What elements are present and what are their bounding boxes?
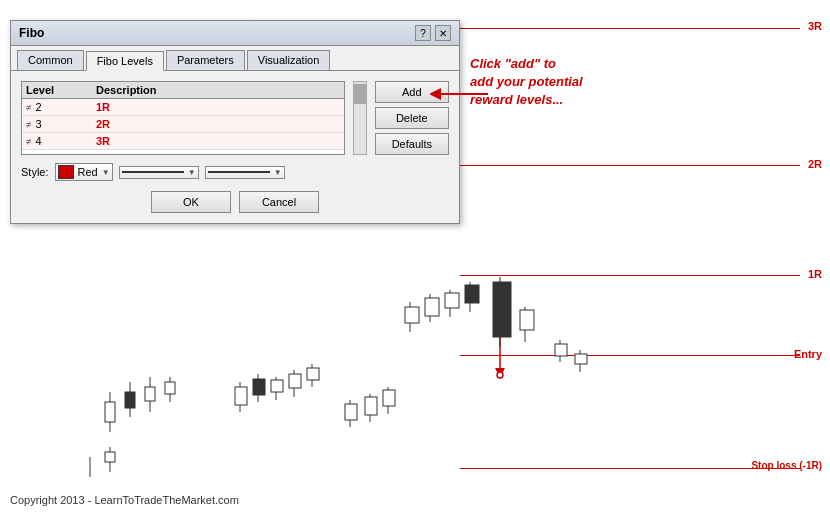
line-style-select[interactable]: ▼ <box>119 166 199 179</box>
cell-desc-0: 1R <box>96 101 340 113</box>
svg-rect-19 <box>271 380 283 392</box>
style-row: Style: Red ▼ ▼ ▼ <box>21 163 449 181</box>
svg-rect-29 <box>445 293 459 308</box>
defaults-button[interactable]: Defaults <box>375 133 449 155</box>
svg-rect-5 <box>105 402 115 422</box>
svg-rect-13 <box>105 452 115 462</box>
svg-rect-7 <box>125 392 135 408</box>
cell-level-0: ≠ 2 <box>26 101 96 113</box>
ok-button[interactable]: OK <box>151 191 231 213</box>
svg-rect-35 <box>520 310 534 330</box>
copyright-text: Copyright 2013 - LearnToTradeTheMarket.c… <box>10 494 239 506</box>
tab-fibo-levels[interactable]: Fibo Levels <box>86 51 164 71</box>
level-value-1: 3 <box>36 118 42 130</box>
dialog-titlebar: Fibo ? ✕ <box>11 21 459 46</box>
fibo-icon-0: ≠ <box>26 102 32 113</box>
table-container: Level Description ≠ 2 1R ≠ 3 2R <box>21 81 449 155</box>
color-swatch <box>58 165 74 179</box>
line-width-preview <box>208 171 270 173</box>
level-value-2: 4 <box>36 135 42 147</box>
label-2r: 2R <box>808 158 822 170</box>
svg-rect-27 <box>425 298 439 316</box>
cell-desc-1: 2R <box>96 118 340 130</box>
levels-table: Level Description ≠ 2 1R ≠ 3 2R <box>21 81 345 155</box>
fibo-icon-1: ≠ <box>26 119 32 130</box>
dialog-content: Level Description ≠ 2 1R ≠ 3 2R <box>11 71 459 223</box>
svg-rect-39 <box>575 354 587 364</box>
line-2r <box>460 165 800 166</box>
col-desc-header: Description <box>96 84 340 96</box>
scrollbar-thumb <box>354 84 366 104</box>
delete-button[interactable]: Delete <box>375 107 449 129</box>
line-style-arrow: ▼ <box>188 168 196 177</box>
tab-parameters[interactable]: Parameters <box>166 50 245 70</box>
svg-rect-11 <box>165 382 175 394</box>
tab-bar: Common Fibo Levels Parameters Visualizat… <box>11 46 459 71</box>
dialog-controls: ? ✕ <box>415 25 451 41</box>
level-value-0: 2 <box>36 101 42 113</box>
color-select[interactable]: Red ▼ <box>55 163 113 181</box>
color-dropdown-arrow: ▼ <box>102 168 110 177</box>
svg-rect-23 <box>307 368 319 380</box>
cell-level-1: ≠ 3 <box>26 118 96 130</box>
table-row[interactable]: ≠ 4 3R <box>22 133 344 150</box>
color-name: Red <box>78 166 98 178</box>
line-width-select[interactable]: ▼ <box>205 166 285 179</box>
label-1r: 1R <box>808 268 822 280</box>
svg-rect-42 <box>345 404 357 420</box>
dialog-title: Fibo <box>19 26 44 40</box>
table-header: Level Description <box>22 82 344 99</box>
close-button[interactable]: ✕ <box>435 25 451 41</box>
table-row[interactable]: ≠ 2 1R <box>22 99 344 116</box>
svg-rect-31 <box>465 285 479 303</box>
svg-rect-21 <box>289 374 301 388</box>
svg-rect-15 <box>235 387 247 405</box>
candlestick-chart <box>80 182 810 482</box>
help-button[interactable]: ? <box>415 25 431 41</box>
fibo-icon-2: ≠ <box>26 136 32 147</box>
tab-visualization[interactable]: Visualization <box>247 50 331 70</box>
style-label: Style: <box>21 166 49 178</box>
cancel-button[interactable]: Cancel <box>239 191 319 213</box>
dialog-window: Fibo ? ✕ Common Fibo Levels Parameters V… <box>10 20 460 224</box>
table-row[interactable]: ≠ 3 2R <box>22 116 344 133</box>
cell-desc-2: 3R <box>96 135 340 147</box>
table-scrollbar[interactable] <box>353 81 367 155</box>
line-3r <box>460 28 800 29</box>
line-style-preview <box>122 171 184 173</box>
cell-level-2: ≠ 4 <box>26 135 96 147</box>
col-level-header: Level <box>26 84 96 96</box>
svg-rect-44 <box>365 397 377 415</box>
svg-rect-9 <box>145 387 155 401</box>
tab-common[interactable]: Common <box>17 50 84 70</box>
svg-rect-25 <box>405 307 419 323</box>
svg-rect-46 <box>383 390 395 406</box>
svg-rect-33 <box>493 282 511 337</box>
line-width-arrow: ▼ <box>274 168 282 177</box>
svg-rect-17 <box>253 379 265 395</box>
label-3r: 3R <box>808 20 822 32</box>
bottom-buttons: OK Cancel <box>21 191 449 213</box>
annotation-arrow <box>430 82 490 106</box>
svg-rect-37 <box>555 344 567 356</box>
